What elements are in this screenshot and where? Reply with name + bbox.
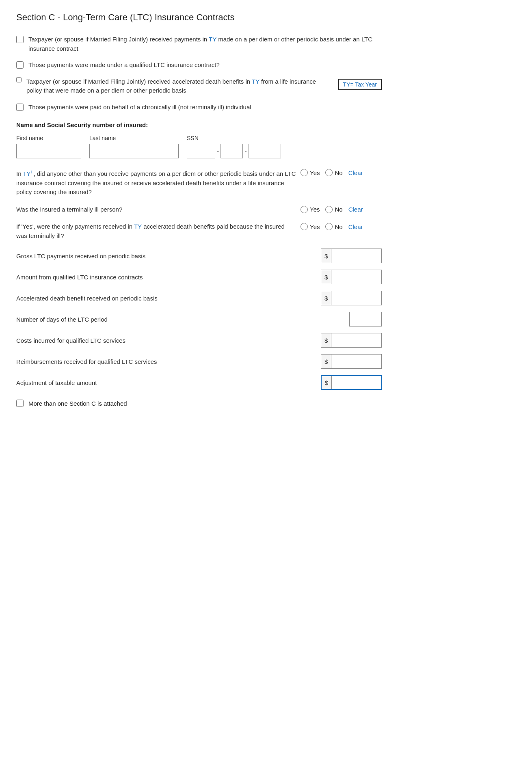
- ssn-input-1[interactable]: [187, 144, 215, 158]
- question-2-no-radio[interactable]: [325, 206, 333, 213]
- accelerated-death-symbol: $: [321, 291, 331, 305]
- ssn-label: SSN: [187, 135, 281, 141]
- question-3-radio-group: Yes No Clear: [301, 222, 382, 230]
- gross-ltc-row: Gross LTC payments received on periodic …: [16, 249, 382, 263]
- question-2-clear-button[interactable]: Clear: [348, 206, 363, 213]
- checkbox-1-text: Taxpayer (or spouse if Married Filing Jo…: [28, 35, 382, 53]
- reimbursements-row: Reimbursements received for qualified LT…: [16, 354, 382, 369]
- ssn-dash-2: -: [244, 147, 247, 155]
- more-than-one-label: More than one Section C is attached: [28, 400, 127, 407]
- question-3-yes[interactable]: Yes: [301, 223, 320, 230]
- accelerated-death-label: Accelerated death benefit received on pe…: [16, 295, 317, 302]
- adjustment-input-wrapper: $: [321, 375, 382, 390]
- days-ltc-label: Number of days of the LTC period: [16, 316, 345, 323]
- adjustment-input[interactable]: [332, 376, 381, 389]
- qualified-ltc-label: Amount from qualified LTC insurance cont…: [16, 274, 317, 281]
- gross-ltc-input-wrapper: $: [321, 249, 382, 263]
- question-3-no[interactable]: No: [325, 223, 342, 230]
- first-name-group: First name: [16, 135, 81, 158]
- question-1-text: In TYi , did anyone other than you recei…: [16, 168, 296, 197]
- checkbox-2[interactable]: [16, 61, 24, 69]
- question-3-text: If 'Yes', were the only payments receive…: [16, 222, 296, 240]
- gross-ltc-input[interactable]: [331, 249, 381, 263]
- ssn-input-3[interactable]: [249, 144, 281, 158]
- accelerated-death-row: Accelerated death benefit received on pe…: [16, 291, 382, 305]
- ty-tooltip: TY= Tax Year: [338, 79, 382, 90]
- question-1-no-radio[interactable]: [325, 169, 333, 176]
- checkbox-4[interactable]: [16, 104, 24, 111]
- name-ssn-row: First name Last name SSN - -: [16, 135, 382, 158]
- reimbursements-input[interactable]: [331, 355, 381, 368]
- checkbox-row-3: Taxpayer (or spouse if Married Filing Jo…: [16, 77, 382, 95]
- adjustment-label: Adjustment of taxable amount: [16, 379, 317, 386]
- question-3-yes-radio[interactable]: [301, 223, 308, 230]
- checkbox-1[interactable]: [16, 36, 24, 43]
- costs-qualified-input-wrapper: $: [321, 333, 382, 348]
- reimbursements-input-wrapper: $: [321, 354, 382, 369]
- checkbox-2-text: Those payments were made under a qualifi…: [28, 61, 220, 70]
- first-name-input[interactable]: [16, 144, 81, 158]
- ssn-input-2[interactable]: [221, 144, 243, 158]
- checkbox-3-text: Taxpayer (or spouse if Married Filing Jo…: [26, 77, 325, 95]
- checkbox-3[interactable]: [16, 77, 22, 82]
- question-2-yes[interactable]: Yes: [301, 206, 320, 213]
- ssn-dash-1: -: [217, 147, 219, 155]
- gross-ltc-symbol: $: [321, 249, 331, 263]
- more-than-one-checkbox[interactable]: [16, 400, 24, 407]
- first-name-label: First name: [16, 135, 81, 141]
- costs-qualified-label: Costs incurred for qualified LTC service…: [16, 337, 317, 344]
- qualified-ltc-input[interactable]: [331, 270, 381, 284]
- question-2-yes-radio[interactable]: [301, 206, 308, 213]
- question-2-no[interactable]: No: [325, 206, 342, 213]
- question-row-2: Was the insured a terminally ill person?…: [16, 205, 382, 214]
- question-1-yes-radio[interactable]: [301, 169, 308, 176]
- question-3-no-radio[interactable]: [325, 223, 333, 230]
- checkbox-row-1: Taxpayer (or spouse if Married Filing Jo…: [16, 35, 382, 53]
- costs-qualified-row: Costs incurred for qualified LTC service…: [16, 333, 382, 348]
- qualified-ltc-row: Amount from qualified LTC insurance cont…: [16, 270, 382, 284]
- question-1-yes[interactable]: Yes: [301, 169, 320, 176]
- costs-qualified-input[interactable]: [331, 333, 381, 347]
- last-name-input[interactable]: [89, 144, 179, 158]
- question-1-clear-button[interactable]: Clear: [348, 169, 363, 176]
- qualified-ltc-symbol: $: [321, 270, 331, 284]
- adjustment-symbol: $: [322, 376, 332, 389]
- ssn-group: SSN - -: [187, 135, 281, 158]
- question-2-text: Was the insured a terminally ill person?: [16, 205, 296, 214]
- question-1-no[interactable]: No: [325, 169, 342, 176]
- gross-ltc-label: Gross LTC payments received on periodic …: [16, 253, 317, 259]
- qualified-ltc-input-wrapper: $: [321, 270, 382, 284]
- page-title: Section C - Long-Term Care (LTC) Insuran…: [16, 12, 516, 23]
- reimbursements-label: Reimbursements received for qualified LT…: [16, 358, 317, 365]
- name-ssn-label: Name and Social Security number of insur…: [16, 121, 382, 128]
- adjustment-row: Adjustment of taxable amount $: [16, 375, 382, 390]
- checkbox-row-2: Those payments were made under a qualifi…: [16, 61, 382, 70]
- accelerated-death-input-wrapper: $: [321, 291, 382, 305]
- checkbox-row-4: Those payments were paid on behalf of a …: [16, 103, 382, 112]
- checkbox-4-text: Those payments were paid on behalf of a …: [28, 103, 251, 112]
- question-2-radio-group: Yes No Clear: [301, 205, 382, 213]
- question-row-3: If 'Yes', were the only payments receive…: [16, 222, 382, 240]
- last-name-group: Last name: [89, 135, 179, 158]
- ssn-fields: - -: [187, 144, 281, 158]
- costs-qualified-symbol: $: [321, 333, 331, 347]
- question-row-1: In TYi , did anyone other than you recei…: [16, 168, 382, 197]
- days-ltc-row: Number of days of the LTC period: [16, 312, 382, 326]
- last-name-label: Last name: [89, 135, 179, 141]
- question-1-radio-group: Yes No Clear: [301, 168, 382, 176]
- accelerated-death-input[interactable]: [331, 291, 381, 305]
- days-ltc-input[interactable]: [349, 312, 382, 326]
- question-3-clear-button[interactable]: Clear: [348, 223, 363, 230]
- bottom-checkbox-row: More than one Section C is attached: [16, 400, 382, 407]
- reimbursements-symbol: $: [321, 355, 331, 368]
